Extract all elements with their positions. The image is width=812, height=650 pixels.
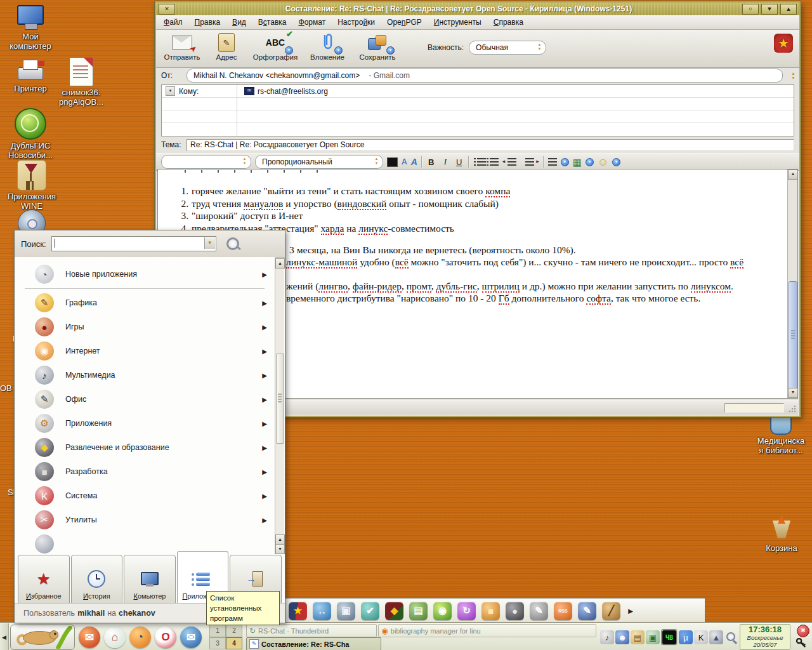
pager-desktop-4[interactable]: 4 bbox=[226, 637, 242, 650]
kde-app-icon[interactable]: K bbox=[694, 630, 708, 644]
alignment-dropdown-icon[interactable]: ▼ bbox=[561, 158, 569, 166]
attachment-dropdown-icon[interactable]: ▼ bbox=[334, 46, 343, 55]
start-menu-scrollbar[interactable]: ▲ ▲ ▼ bbox=[275, 258, 284, 554]
volume-icon[interactable]: ♪ bbox=[600, 630, 614, 644]
italic-button[interactable]: I bbox=[440, 157, 450, 167]
scrollbar-thumb[interactable] bbox=[276, 354, 284, 444]
numbered-list-icon[interactable] bbox=[490, 158, 499, 166]
indent-icon[interactable] bbox=[525, 158, 534, 166]
start-menu-item-new-apps[interactable]: ◔Новые приложения▶ bbox=[15, 262, 275, 286]
font-select[interactable]: Пропорциональный▲▼ bbox=[255, 155, 383, 169]
smiley-icon[interactable]: ☺ bbox=[598, 157, 608, 168]
pager-desktop-3[interactable]: 3 bbox=[209, 637, 226, 650]
menu-item-вставка[interactable]: Вставка bbox=[258, 18, 287, 27]
menu-item-справка[interactable]: Справка bbox=[494, 18, 523, 27]
alignment-icon[interactable] bbox=[548, 158, 557, 166]
importance-select[interactable]: Обычная ▲▼ bbox=[469, 41, 546, 55]
increase-font-icon[interactable]: A bbox=[411, 157, 417, 167]
decrease-font-icon[interactable]: A bbox=[402, 157, 407, 166]
start-menu-item-multimedia[interactable]: ♪Мультимедиа▶ bbox=[15, 363, 275, 387]
bullet-list-icon[interactable] bbox=[477, 158, 486, 166]
start-menu-item-office[interactable]: ✎Офис▶ bbox=[15, 387, 275, 411]
underline-button[interactable]: U bbox=[454, 157, 464, 167]
start-menu-item-development[interactable]: ■Разработка▶ bbox=[15, 460, 275, 484]
tab-computer[interactable]: Комьютер bbox=[124, 555, 176, 604]
recipient-row-empty[interactable] bbox=[162, 98, 794, 110]
desktop-icon-trash[interactable]: Корзина bbox=[751, 515, 812, 553]
desktop-icon-dublgis[interactable]: ДубльГИС Новосиби... bbox=[0, 108, 61, 160]
scroll-up-icon[interactable]: ▲ bbox=[275, 258, 285, 269]
paragraph-style-select[interactable]: ▲▼ bbox=[161, 155, 251, 169]
package-arrows-icon[interactable]: ↔ bbox=[313, 602, 331, 620]
logout-icon[interactable]: ✖ bbox=[797, 625, 809, 637]
outdent-icon[interactable] bbox=[508, 158, 516, 166]
send-button[interactable]: ➤ Отправить bbox=[160, 32, 204, 61]
menu-item-настройки[interactable]: Настройки bbox=[337, 18, 375, 27]
editor-scrollbar[interactable]: ▲ ▼ bbox=[787, 169, 797, 398]
paintbrush-icon[interactable]: ╱ bbox=[602, 602, 620, 620]
menu-item-правка[interactable]: Правка bbox=[195, 18, 221, 27]
recipient-row-empty[interactable] bbox=[162, 110, 794, 123]
utorrent-icon[interactable]: µ bbox=[679, 630, 693, 644]
gimp-icon[interactable]: ✎ bbox=[530, 602, 548, 620]
search-icon[interactable] bbox=[225, 236, 240, 251]
thunderbird-icon[interactable]: ✉ bbox=[180, 627, 202, 648]
start-menu-item-utilities[interactable]: ✂Утилиты▶ bbox=[15, 508, 275, 532]
tab-history[interactable]: История bbox=[71, 555, 123, 604]
image-dropdown-icon[interactable]: ▼ bbox=[586, 158, 594, 166]
insert-image-icon[interactable]: ▦ bbox=[573, 157, 582, 167]
spelling-button[interactable]: ABC✔▼ Орфография bbox=[249, 32, 302, 61]
minimize-icon[interactable]: ▼ bbox=[761, 4, 778, 15]
resize-grip[interactable] bbox=[788, 404, 797, 413]
start-menu-item-games[interactable]: ●Игры▶ bbox=[15, 315, 275, 339]
recipient-type-dropdown-icon[interactable]: ▾ bbox=[166, 86, 175, 96]
dublgis-emblem-icon[interactable]: ◉ bbox=[433, 602, 452, 620]
font-color-swatch[interactable] bbox=[387, 157, 398, 167]
from-select[interactable]: Mikhail N. Chekanov <chekanovmn@gmail.co… bbox=[187, 69, 783, 83]
home-icon[interactable]: ⌂ bbox=[104, 627, 126, 648]
scroll-down-icon[interactable]: ▼ bbox=[275, 544, 285, 554]
menu-item-формат[interactable]: Формат bbox=[299, 18, 326, 27]
scroll-up-icon[interactable]: ▲ bbox=[275, 534, 285, 545]
recipient-row-empty[interactable] bbox=[162, 123, 794, 135]
pager-desktop-2[interactable]: 2 bbox=[226, 625, 242, 637]
taskbar-task[interactable]: ✎Составление: Re: RS-Cha bbox=[246, 637, 381, 650]
translator-flags-icon[interactable]: ★ bbox=[289, 602, 307, 620]
opera-icon[interactable]: O bbox=[155, 627, 176, 648]
search-history-dropdown-icon[interactable]: ▼ bbox=[204, 237, 215, 249]
menu-item-openpgp[interactable]: OpenPGP bbox=[387, 18, 422, 27]
keyboard-layout-indicator[interactable]: ЧВ bbox=[661, 629, 678, 646]
start-menu-button[interactable] bbox=[10, 625, 75, 650]
cube-box-icon[interactable]: ■ bbox=[481, 602, 500, 620]
scrollbar-thumb[interactable] bbox=[789, 281, 797, 389]
klipper-icon[interactable]: ▤ bbox=[631, 630, 645, 644]
lock-key-icon[interactable] bbox=[796, 637, 807, 649]
menu-item-вид[interactable]: Вид bbox=[232, 18, 246, 27]
bold-button[interactable]: B bbox=[426, 157, 436, 167]
start-menu-item-graphics[interactable]: ✎Графика▶ bbox=[15, 291, 275, 315]
scroll-up-icon[interactable]: ▲ bbox=[788, 169, 798, 180]
from-spin-arrows-icon[interactable]: ▲▼ bbox=[791, 71, 796, 80]
start-menu-item-applications[interactable]: ⚙Приложения▶ bbox=[15, 411, 275, 435]
display-settings-icon[interactable]: ▣ bbox=[337, 602, 355, 620]
pager-desktop-1[interactable]: 1 bbox=[209, 625, 226, 637]
spelling-dropdown-icon[interactable]: ▼ bbox=[285, 46, 293, 55]
save-button[interactable]: ▼ Сохранить bbox=[353, 32, 402, 61]
green-book-icon[interactable]: ▤ bbox=[409, 602, 428, 620]
firefox-icon[interactable]: ◔ bbox=[129, 627, 151, 648]
address-button[interactable]: ✎ Адрес bbox=[204, 32, 249, 61]
panel-expander-icon[interactable]: ▶ bbox=[626, 601, 635, 620]
menu-item-файл[interactable]: Файл bbox=[164, 18, 183, 27]
desktop-icon-snapshot[interactable]: снимок36. pngAiqOB... bbox=[51, 57, 112, 107]
window-titlebar[interactable]: ✕ Составление: Re: RS-Chat | Re: Росздра… bbox=[156, 3, 799, 15]
taskbar-task[interactable]: ↻RS-Chat - Thunderbird bbox=[246, 624, 377, 637]
scroll-down-icon[interactable]: ▼ bbox=[788, 388, 798, 398]
maximize-icon[interactable]: ▲ bbox=[780, 4, 797, 15]
attachment-button[interactable]: ▼ Вложение bbox=[302, 32, 353, 61]
subject-input[interactable]: Re: RS-Chat | Re: Росздравсоветует Open … bbox=[187, 139, 794, 151]
menu-item-инструменты[interactable]: Инструменты bbox=[434, 18, 481, 27]
sticky-icon[interactable]: ○ bbox=[742, 4, 759, 15]
messenger-icon[interactable]: ☻ bbox=[615, 630, 629, 644]
tab-favorites[interactable]: ★Избранное bbox=[18, 555, 70, 604]
pen-icon[interactable]: ✎ bbox=[578, 602, 596, 620]
